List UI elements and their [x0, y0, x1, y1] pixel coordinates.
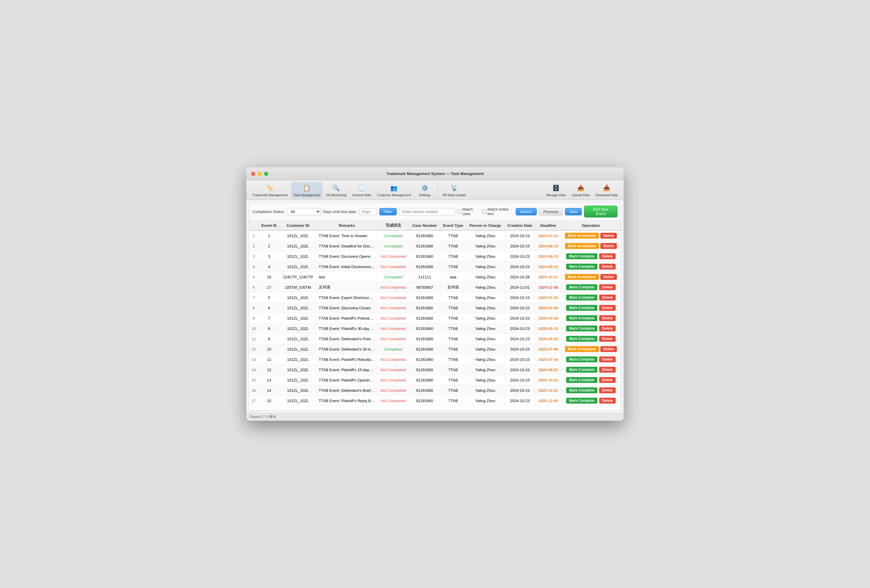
- sidebar-item-sn-data-update[interactable]: 📡 SN Data Update: [440, 182, 468, 198]
- delete-button[interactable]: Delete: [599, 263, 616, 269]
- toolbar: 🏷️ Trademark Management 📋 Task Managemen…: [246, 180, 624, 200]
- cell-event-type: TTAB: [440, 396, 466, 406]
- sidebar-item-settings[interactable]: ⚙️ Settings: [414, 182, 435, 198]
- delete-button[interactable]: Delete: [599, 367, 616, 373]
- mark-complete-button[interactable]: Mark Complete: [566, 305, 597, 311]
- row-num: 5: [249, 272, 258, 282]
- cell-status: Not Completed: [377, 375, 410, 385]
- mark-complete-button[interactable]: Mark Complete: [566, 326, 597, 331]
- maximize-button[interactable]: [264, 172, 268, 176]
- cell-operation: Mark Complete Delete: [561, 365, 621, 375]
- delete-button[interactable]: Delete: [599, 398, 616, 403]
- previous-button[interactable]: Previous: [539, 208, 563, 215]
- delete-button[interactable]: Delete: [599, 377, 616, 383]
- cell-person: Yaling Zhou: [466, 251, 504, 262]
- delete-button[interactable]: Delete: [599, 326, 616, 331]
- cell-status: Completed: [377, 344, 410, 354]
- col-deadline: Deadline: [535, 221, 561, 230]
- delete-button[interactable]: Delete: [599, 305, 616, 311]
- cell-event-id: 10: [258, 344, 280, 354]
- mark-incomplete-button[interactable]: Mark Incomplete: [565, 233, 599, 239]
- delete-button[interactable]: Delete: [600, 346, 617, 352]
- next-button[interactable]: Next: [565, 208, 582, 215]
- trademark-management-icon: 🏷️: [265, 183, 275, 193]
- cell-customer-id: 101ZL_10ZL: [280, 293, 316, 303]
- search-button[interactable]: Search: [516, 208, 537, 215]
- table-row: 6 17 105TM_105TM 反对函 Not Completed 98793…: [249, 282, 621, 293]
- mark-complete-button[interactable]: Mark Complete: [566, 398, 597, 403]
- cell-status: Completed: [377, 230, 410, 241]
- cell-status: Not Completed: [377, 293, 410, 303]
- delete-button[interactable]: Delete: [599, 315, 616, 321]
- cell-person: Yaling Zhou: [466, 385, 504, 396]
- mark-complete-button[interactable]: Mark Complete: [566, 315, 597, 321]
- mark-complete-button[interactable]: Mark Complete: [566, 295, 597, 301]
- minimize-button[interactable]: [258, 172, 262, 176]
- match-entire-text-checkbox[interactable]: [483, 210, 486, 214]
- search-input[interactable]: [399, 208, 455, 215]
- manage-data-button[interactable]: 🗄️ Manage Data: [544, 182, 568, 198]
- mark-incomplete-button[interactable]: Mark Incomplete: [565, 243, 599, 249]
- cell-creation-date: 2024-10-23: [504, 385, 535, 396]
- cell-remarks: TTAB Event: Deadline for Discover...: [316, 241, 377, 251]
- row-num: 11: [249, 334, 258, 344]
- close-button[interactable]: [251, 172, 255, 176]
- delete-button[interactable]: Delete: [599, 284, 616, 290]
- sidebar-item-sn-monitoring[interactable]: 🔍 SN Monitoring: [323, 182, 349, 198]
- cell-creation-date: 2024-10-23: [504, 230, 535, 241]
- title-bar: Trademark Management System --- Task Man…: [246, 167, 624, 180]
- delete-button[interactable]: Delete: [599, 387, 616, 393]
- delete-button[interactable]: Delete: [599, 253, 616, 259]
- mark-complete-button[interactable]: Mark Complete: [566, 253, 597, 259]
- table-container: Event ID Customer ID Remarks 完成状态 Case N…: [249, 221, 621, 410]
- cell-event-id: 7: [258, 313, 280, 323]
- mark-complete-button[interactable]: Mark Complete: [566, 263, 597, 269]
- sidebar-item-task-management[interactable]: 📋 Task Management: [291, 182, 322, 198]
- cell-event-type: TTAB: [440, 334, 466, 344]
- mark-incomplete-button[interactable]: Mark Incomplete: [565, 274, 599, 280]
- cell-case-number: 91291860: [410, 365, 440, 375]
- completion-status-select[interactable]: All Completed Not Completed: [288, 208, 321, 215]
- delete-button[interactable]: Delete: [600, 233, 617, 239]
- settings-label: Settings: [419, 193, 431, 197]
- add-new-event-button[interactable]: Add New Event: [584, 205, 617, 217]
- invoices-bills-label: Invoices Bills: [353, 193, 371, 197]
- upload-data-button[interactable]: 📤 Upload Data: [569, 182, 592, 198]
- row-num: 12: [249, 344, 258, 354]
- match-case-checkbox[interactable]: [457, 210, 461, 214]
- cell-event-type: 反对函: [440, 282, 466, 293]
- sidebar-item-invoices-bills[interactable]: 🧾 Invoices Bills: [350, 182, 374, 198]
- delete-button[interactable]: Delete: [599, 295, 616, 301]
- cell-deadline: 2025-07-09: [535, 344, 561, 354]
- mark-complete-button[interactable]: Mark Complete: [566, 284, 597, 290]
- delete-button[interactable]: Delete: [600, 274, 617, 280]
- filter-button[interactable]: Filter: [379, 208, 397, 215]
- delete-button[interactable]: Delete: [600, 243, 617, 249]
- sidebar-item-trademark-management[interactable]: 🏷️ Trademark Management: [250, 182, 290, 198]
- download-data-label: Download Data: [596, 193, 618, 197]
- cell-event-type: TTAB: [440, 365, 466, 375]
- mark-complete-button[interactable]: Mark Complete: [566, 367, 597, 373]
- delete-button[interactable]: Delete: [599, 356, 616, 362]
- customer-management-icon: 👥: [389, 183, 399, 193]
- cell-operation: Mark Complete Delete: [561, 323, 621, 334]
- mark-complete-button[interactable]: Mark Complete: [566, 387, 597, 393]
- cell-creation-date: 2024-10-23: [504, 323, 535, 334]
- col-customer-id: Customer ID: [280, 221, 316, 230]
- cell-remarks: TTAB Event: Plaintiff's 15-day ...: [316, 365, 377, 375]
- delete-button[interactable]: Delete: [599, 336, 616, 342]
- cell-operation: Mark Incomplete Delete: [561, 344, 621, 354]
- task-management-icon: 📋: [302, 183, 311, 193]
- sidebar-item-customer-management[interactable]: 👥 Customer Management: [375, 182, 413, 198]
- cell-creation-date: 2024-10-23: [504, 344, 535, 354]
- cell-status: Completed: [377, 241, 410, 251]
- mark-complete-button[interactable]: Mark Complete: [566, 356, 597, 362]
- col-num: [249, 221, 258, 230]
- cell-person: Yaling Zhou: [466, 241, 504, 251]
- download-data-button[interactable]: 📥 Download Data: [593, 182, 620, 198]
- mark-complete-button[interactable]: Mark Complete: [566, 377, 597, 383]
- table-row: 14 12 101ZL_10ZL TTAB Event: Plaintiff's…: [249, 365, 621, 375]
- mark-complete-button[interactable]: Mark Complete: [566, 336, 597, 342]
- days-input[interactable]: [359, 208, 377, 215]
- mark-incomplete-button[interactable]: Mark Incomplete: [565, 346, 599, 352]
